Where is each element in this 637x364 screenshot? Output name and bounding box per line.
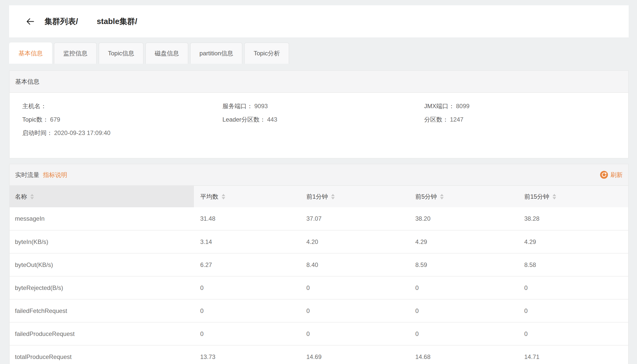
metric-15min: 0 [518, 299, 628, 322]
tab-label: Topic分析 [254, 49, 280, 57]
basic-info-panel-header: 基本信息 [10, 71, 628, 93]
tab-label: 基本信息 [18, 49, 43, 57]
realtime-traffic-header: 实时流量 指标说明 刷新 [10, 164, 628, 186]
field-value: 8099 [456, 103, 469, 109]
refresh-icon [600, 171, 608, 179]
sort-icon[interactable] [440, 194, 444, 199]
metric-5min: 4.29 [409, 230, 518, 253]
metric-1min: 37.07 [300, 207, 409, 230]
field-topic-count: Topic数：679 [22, 116, 222, 123]
metric-name: messageIn [10, 207, 194, 230]
tab-monitor-info[interactable]: 监控信息 [54, 42, 97, 64]
field-label: 启动时间： [22, 129, 53, 136]
field-value: 2020-09-23 17:09:40 [54, 129, 110, 136]
tab-basic-info[interactable]: 基本信息 [9, 42, 52, 64]
refresh-button[interactable]: 刷新 [600, 171, 623, 179]
metric-5min: 14.68 [409, 345, 518, 364]
metric-avg: 13.73 [194, 345, 300, 364]
field-label: Leader分区数： [222, 116, 266, 123]
field-label: 主机名： [22, 103, 47, 109]
column-header-last-15min[interactable]: 前15分钟 [518, 186, 628, 207]
field-jmx-port: JMX端口：8099 [424, 102, 628, 110]
basic-info-title: 基本信息 [15, 78, 39, 86]
metric-5min: 0 [409, 322, 518, 345]
table-row-failedFetchRequest: failedFetchRequest 0 0 0 0 [10, 299, 628, 322]
tab-disk-info[interactable]: 磁盘信息 [145, 42, 188, 64]
basic-info-panel: 基本信息 主机名： 服务端口：9093 JMX端口：8099 Topic数：67… [9, 70, 629, 158]
redacted-cluster-name [78, 20, 97, 23]
metric-5min: 38.20 [409, 207, 518, 230]
metric-15min: 38.28 [518, 207, 628, 230]
metric-avg: 31.48 [194, 207, 300, 230]
metrics-table-header-row: 名称 平均数 前1分钟 前5分钟 前15分钟 [10, 186, 628, 207]
field-label: 服务端口： [222, 103, 253, 109]
metric-5min: 8.59 [409, 253, 518, 276]
metric-1min: 0 [300, 322, 409, 345]
metric-avg: 3.14 [194, 230, 300, 253]
tab-label: Topic信息 [108, 49, 134, 57]
page-title: 集群列表/ stable集群/ [44, 16, 137, 27]
realtime-traffic-title: 实时流量 [15, 171, 39, 179]
sort-icon[interactable] [331, 194, 335, 199]
tab-label: 监控信息 [63, 49, 87, 57]
sort-icon[interactable] [553, 194, 556, 199]
column-header-last-1min[interactable]: 前1分钟 [300, 186, 409, 207]
tab-partition-info[interactable]: partition信息 [190, 42, 242, 64]
back-button[interactable] [25, 16, 36, 27]
column-label: 平均数 [200, 193, 218, 201]
metric-1min: 14.69 [300, 345, 409, 364]
column-label: 名称 [15, 193, 27, 201]
column-label: 前5分钟 [415, 193, 437, 201]
arrow-left-icon [25, 16, 35, 27]
metric-avg: 6.27 [194, 253, 300, 276]
field-value: 443 [267, 116, 277, 123]
metric-name: byteIn(KB/s) [10, 230, 194, 253]
metric-name: failedFetchRequest [10, 299, 194, 322]
field-service-port: 服务端口：9093 [222, 102, 424, 110]
tab-bar: 基本信息 监控信息 Topic信息 磁盘信息 partition信息 Topic… [9, 42, 289, 64]
tab-label: 磁盘信息 [155, 49, 179, 57]
metric-avg: 0 [194, 322, 300, 345]
metric-15min: 4.29 [518, 230, 628, 253]
tab-topic-info[interactable]: Topic信息 [99, 42, 144, 64]
metric-name: failedProduceRequest [10, 322, 194, 345]
page-header: 集群列表/ stable集群/ [9, 5, 629, 37]
tab-topic-analysis[interactable]: Topic分析 [244, 42, 289, 64]
metric-15min: 14.71 [518, 345, 628, 364]
field-start-time: 启动时间：2020-09-23 17:09:40 [22, 129, 222, 137]
column-header-last-5min[interactable]: 前5分钟 [409, 186, 518, 207]
basic-info-body: 主机名： 服务端口：9093 JMX端口：8099 Topic数：679 Lea… [10, 93, 628, 137]
table-row-failedProduceRequest: failedProduceRequest 0 0 0 0 [10, 322, 628, 345]
metric-description-link[interactable]: 指标说明 [43, 171, 67, 179]
field-value: 679 [50, 116, 60, 123]
column-label: 前1分钟 [306, 193, 328, 201]
table-row-byteIn: byteIn(KB/s) 3.14 4.20 4.29 4.29 [10, 230, 628, 253]
field-label: 分区数： [424, 116, 448, 123]
metric-1min: 8.40 [300, 253, 409, 276]
sort-icon[interactable] [222, 194, 225, 199]
page-title-suffix: stable集群/ [97, 16, 137, 27]
refresh-label: 刷新 [610, 171, 623, 179]
tab-label: partition信息 [199, 49, 233, 57]
metric-1min: 0 [300, 276, 409, 299]
table-row-byteRejected: byteRejected(B/s) 0 0 0 0 [10, 276, 628, 299]
metric-5min: 0 [409, 299, 518, 322]
sort-icon[interactable] [30, 194, 34, 199]
field-label: JMX端口： [424, 103, 454, 109]
metric-1min: 4.20 [300, 230, 409, 253]
metric-avg: 0 [194, 299, 300, 322]
metric-1min: 0 [300, 299, 409, 322]
metric-15min: 8.58 [518, 253, 628, 276]
table-row-messageIn: messageIn 31.48 37.07 38.20 38.28 [10, 207, 628, 230]
field-partition-count: 分区数：1247 [424, 116, 628, 123]
column-header-average[interactable]: 平均数 [194, 186, 300, 207]
field-value: 1247 [450, 116, 463, 123]
column-header-name[interactable]: 名称 [10, 186, 194, 207]
metric-15min: 0 [518, 322, 628, 345]
field-label: Topic数： [22, 116, 49, 123]
realtime-traffic-panel: 实时流量 指标说明 刷新 名称 平均数 [9, 164, 629, 364]
field-hostname: 主机名： [22, 102, 222, 110]
field-value: 9093 [254, 103, 268, 109]
table-row-totalProduceRequest: totalProduceRequest 13.73 14.69 14.68 14… [10, 345, 628, 364]
column-label: 前15分钟 [524, 193, 549, 201]
